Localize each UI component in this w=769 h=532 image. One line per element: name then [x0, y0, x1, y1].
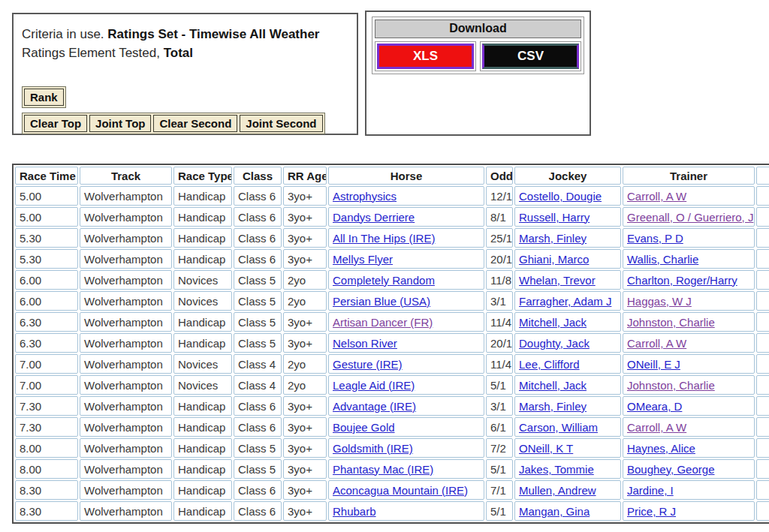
race-type-cell: Handicap — [173, 228, 232, 248]
jockey-link[interactable]: Russell, Harry — [519, 211, 590, 224]
race-type-cell: Handicap — [173, 312, 232, 332]
trainer-cell: Carroll, A W — [623, 417, 755, 437]
class-cell: Class 6 — [234, 417, 282, 437]
jockey-link[interactable]: Jakes, Tommie — [519, 463, 594, 476]
rr-age-cell: 3yo+ — [283, 438, 327, 458]
odds-cell: 3/1 — [486, 396, 513, 416]
horse-link[interactable]: Artisan Dancer (FR) — [333, 316, 433, 329]
jockey-link[interactable]: Marsh, Finley — [519, 232, 587, 245]
race-type-cell: Handicap — [173, 417, 232, 437]
horse-link[interactable]: Nelson River — [333, 337, 397, 350]
trainer-link[interactable]: ONeill, E J — [627, 358, 680, 371]
trainer-link[interactable]: Jardine, I — [627, 484, 674, 497]
trainer-link[interactable]: Carroll, A W — [627, 337, 686, 350]
cutoff-cell — [756, 207, 769, 227]
trainer-link[interactable]: Price, R J — [627, 505, 676, 518]
horse-link[interactable]: Completely Random — [333, 274, 435, 287]
horse-link[interactable]: Rhubarb — [333, 505, 376, 518]
trainer-link[interactable]: Wallis, Charlie — [627, 253, 698, 266]
clear-second-button[interactable]: Clear Second — [153, 115, 237, 132]
jockey-link[interactable]: Doughty, Jack — [519, 337, 590, 350]
horse-link[interactable]: Advantage (IRE) — [333, 400, 416, 413]
horse-link[interactable]: Mellys Flyer — [333, 253, 393, 266]
track-cell: Wolverhampton — [80, 312, 172, 332]
class-cell: Class 6 — [234, 186, 282, 206]
track-cell: Wolverhampton — [80, 291, 172, 311]
trainer-link[interactable]: Boughey, George — [627, 463, 714, 476]
rank-button[interactable]: Rank — [24, 89, 64, 106]
trainer-cell: Johnston, Charlie — [623, 312, 755, 332]
rr-age-cell: 2yo — [283, 354, 327, 374]
horse-link[interactable]: Gesture (IRE) — [333, 358, 403, 371]
horse-link[interactable]: Goldsmith (IRE) — [333, 442, 413, 455]
trainer-link[interactable]: OMeara, D — [627, 400, 682, 413]
jockey-link[interactable]: Mullen, Andrew — [519, 484, 596, 497]
trainer-link[interactable]: Greenall, O / Guerriero, J — [627, 211, 753, 224]
race-type-cell: Handicap — [173, 186, 232, 206]
track-cell: Wolverhampton — [80, 396, 172, 416]
jockey-link[interactable]: Marsh, Finley — [519, 400, 587, 413]
trainer-link[interactable]: Charlton, Roger/Harry — [627, 274, 737, 287]
jockey-link[interactable]: Lee, Clifford — [519, 358, 580, 371]
jockey-link[interactable]: Ghiani, Marco — [519, 253, 589, 266]
table-row: 7.30WolverhamptonHandicapClass 63yo+Adva… — [15, 396, 769, 416]
clear-top-button[interactable]: Clear Top — [24, 115, 87, 132]
horse-cell: Goldsmith (IRE) — [328, 438, 484, 458]
horse-link[interactable]: All In The Hips (IRE) — [333, 232, 435, 245]
cutoff-cell — [756, 375, 769, 395]
trainer-link[interactable]: Carroll, A W — [627, 190, 686, 203]
table-row: 7.00WolverhamptonNovicesClass 42yoGestur… — [15, 354, 769, 374]
race-time-cell: 8.00 — [15, 459, 78, 479]
jockey-link[interactable]: Carson, William — [519, 421, 598, 434]
track-cell: Wolverhampton — [80, 333, 172, 353]
horse-cell: All In The Hips (IRE) — [328, 228, 484, 248]
rr-age-cell: 3yo+ — [283, 333, 327, 353]
jockey-link[interactable]: Mitchell, Jack — [519, 379, 587, 392]
rr-age-cell: 3yo+ — [283, 396, 327, 416]
joint-top-button[interactable]: Joint Top — [89, 115, 151, 132]
download-xls-button[interactable]: XLS — [377, 44, 474, 69]
xls-button-cell: XLS — [375, 41, 476, 71]
horse-link[interactable]: Leagle Aid (IRE) — [333, 379, 415, 392]
race-time-cell: 5.30 — [15, 249, 78, 269]
trainer-link[interactable]: Haynes, Alice — [627, 442, 695, 455]
jockey-link[interactable]: ONeill, K T — [519, 442, 573, 455]
race-type-cell: Novices — [173, 270, 232, 290]
horse-link[interactable]: Persian Blue (USA) — [333, 295, 430, 308]
odds-cell: 5/1 — [486, 459, 513, 479]
race-type-cell: Novices — [173, 375, 232, 395]
jockey-cell: Doughty, Jack — [514, 333, 621, 353]
race-time-cell: 5.00 — [15, 207, 78, 227]
jockey-link[interactable]: Mitchell, Jack — [519, 316, 587, 329]
race-time-cell: 7.30 — [15, 417, 78, 437]
track-cell: Wolverhampton — [80, 228, 172, 248]
download-csv-button[interactable]: CSV — [482, 44, 579, 69]
horse-link[interactable]: Aconcagua Mountain (IRE) — [333, 484, 468, 497]
odds-cell: 7/2 — [486, 438, 513, 458]
trainer-link[interactable]: Johnston, Charlie — [627, 316, 715, 329]
trainer-cell: Carroll, A W — [623, 186, 755, 206]
horse-link[interactable]: Phantasy Mac (IRE) — [333, 463, 433, 476]
class-cell: Class 5 — [234, 312, 282, 332]
trainer-cell: Haynes, Alice — [623, 438, 755, 458]
trainer-link[interactable]: Johnston, Charlie — [627, 379, 715, 392]
jockey-link[interactable]: Costello, Dougie — [519, 190, 602, 203]
rr-age-cell: 2yo — [283, 270, 327, 290]
cutoff-cell — [756, 501, 769, 521]
horse-link[interactable]: Boujee Gold — [333, 421, 395, 434]
horse-link[interactable]: Dandys Derriere — [333, 211, 415, 224]
horse-cell: Gesture (IRE) — [328, 354, 484, 374]
jockey-link[interactable]: Whelan, Trevor — [519, 274, 596, 287]
track-cell: Wolverhampton — [80, 438, 172, 458]
horse-link[interactable]: Astrophysics — [333, 190, 397, 203]
trainer-link[interactable]: Carroll, A W — [627, 421, 686, 434]
race-type-cell: Handicap — [173, 480, 232, 500]
trainer-link[interactable]: Evans, P D — [627, 232, 683, 245]
track-cell: Wolverhampton — [80, 207, 172, 227]
table-row: 7.00WolverhamptonNovicesClass 42yoLeagle… — [15, 375, 769, 395]
trainer-link[interactable]: Haggas, W J — [627, 295, 692, 308]
jockey-link[interactable]: Farragher, Adam J — [519, 295, 611, 308]
race-time-cell: 6.30 — [15, 312, 78, 332]
joint-second-button[interactable]: Joint Second — [240, 115, 322, 132]
jockey-link[interactable]: Mangan, Gina — [519, 505, 590, 518]
